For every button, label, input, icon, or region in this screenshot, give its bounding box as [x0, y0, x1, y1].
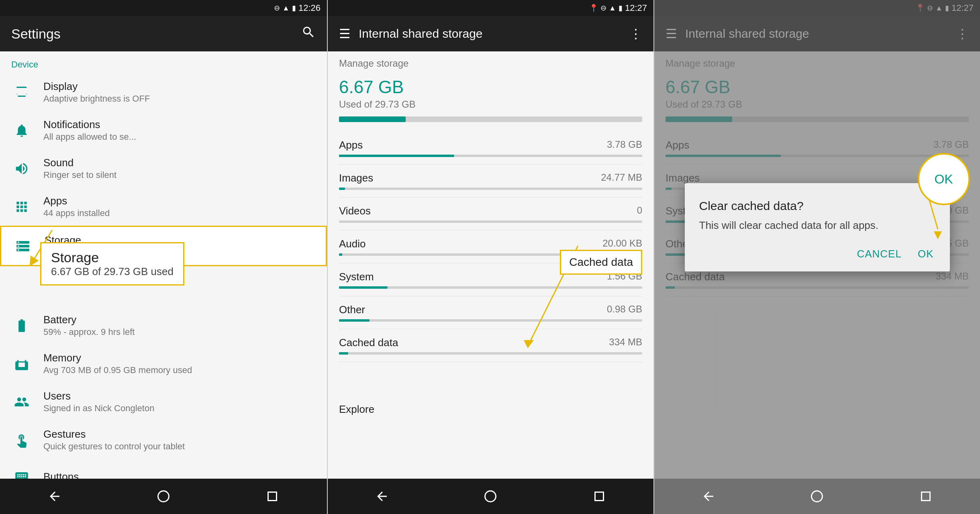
manage-storage-label: Manage storage — [339, 51, 642, 72]
nav-bar-3 — [654, 479, 980, 514]
cached-annotation-box: Cached data — [560, 250, 642, 275]
time-2: 12:27 — [625, 3, 647, 13]
images-mini-bar — [339, 188, 642, 190]
storage-row-images[interactable]: Images 24.77 MB — [339, 165, 642, 198]
apps-row-value: 3.78 GB — [607, 139, 642, 151]
more-icon[interactable]: ⋮ — [629, 26, 642, 41]
time-1: 12:26 — [298, 3, 321, 13]
gestures-title: Gestures — [43, 428, 316, 441]
search-icon[interactable] — [301, 25, 316, 43]
storage-title-2: Internal shared storage — [359, 27, 483, 41]
nav-bar-2 — [328, 479, 653, 514]
svg-rect-8 — [921, 492, 930, 501]
used-label: Used of 29.73 GB — [339, 99, 642, 110]
apps-title: Apps — [43, 195, 316, 207]
users-title: Users — [43, 390, 316, 402]
status-bar-1: ⊖ ▲ ▮ 12:26 — [0, 0, 327, 16]
battery-title: Battery — [43, 314, 316, 326]
audio-row-label: Audio — [339, 238, 366, 250]
status-bar-2: 📍 ⊖ ▲ ▮ 12:27 — [328, 0, 653, 16]
settings-item-sound[interactable]: Sound Ringer set to silent — [0, 149, 327, 188]
battery-icon-2: ▮ — [619, 4, 623, 12]
home-button-1[interactable] — [151, 484, 176, 508]
gestures-text: Gestures Quick gestures to control your … — [43, 428, 316, 452]
users-text: Users Signed in as Nick Congleton — [43, 390, 316, 414]
used-gb: 6.67 GB — [339, 77, 642, 97]
battery-text: Battery 59% - approx. 9 hrs left — [43, 314, 316, 337]
clear-cache-dialog: OK Clear cached data? This will clear ca… — [685, 183, 950, 271]
sound-text: Sound Ringer set to silent — [43, 157, 316, 180]
home-button-2[interactable] — [478, 484, 502, 508]
settings-item-battery[interactable]: Battery 59% - approx. 9 hrs left — [0, 306, 327, 345]
settings-item-display[interactable]: Display Adaptive brightness is OFF — [0, 73, 327, 111]
battery-subtitle: 59% - approx. 9 hrs left — [43, 327, 316, 337]
back-button-3 — [696, 484, 721, 508]
svg-point-7 — [812, 491, 823, 502]
cached-row-label: Cached data — [339, 337, 398, 349]
apps-text: Apps 44 apps installed — [43, 195, 316, 218]
svg-rect-6 — [595, 492, 603, 501]
dialog-message: This will clear cached data for all apps… — [699, 219, 935, 232]
system-mini-fill — [339, 286, 388, 289]
storage-panel: 📍 ⊖ ▲ ▮ 12:27 ☰ Internal shared storage … — [327, 0, 653, 514]
settings-item-users[interactable]: Users Signed in as Nick Congleton — [0, 383, 327, 421]
ok-button[interactable]: OK — [916, 245, 935, 263]
memory-text: Memory Avg 703 MB of 0.95 GB memory used — [43, 352, 316, 375]
users-subtitle: Signed in as Nick Congleton — [43, 403, 316, 414]
other-row-label: Other — [339, 304, 365, 316]
wifi-icon-2: ▲ — [609, 4, 616, 12]
storage-row-content-videos: Videos 0 — [339, 205, 642, 223]
dialog-panel: 📍 ⊖ ▲ ▮ 12:27 ☰ Internal shared storage … — [653, 0, 980, 514]
storage-bar-left: ☰ Internal shared storage — [339, 26, 483, 41]
settings-panel: ⊖ ▲ ▮ 12:26 Settings Device Display Adap… — [0, 0, 327, 514]
apps-row-label: Apps — [339, 139, 363, 151]
sim-icon: ⊖ — [274, 4, 280, 12]
back-button-2[interactable] — [370, 484, 394, 508]
display-subtitle: Adaptive brightness is OFF — [43, 94, 316, 104]
recents-button-1[interactable] — [260, 484, 284, 508]
images-row-value: 24.77 MB — [601, 172, 642, 184]
cancel-button[interactable]: CANCEL — [855, 245, 903, 263]
settings-item-gestures[interactable]: Gestures Quick gestures to control your … — [0, 421, 327, 459]
explore-row[interactable]: Explore — [339, 394, 642, 424]
explore-label: Explore — [339, 403, 374, 415]
storage-row-content-apps: Apps 3.78 GB — [339, 139, 642, 157]
settings-item-buttons[interactable]: Buttons — [0, 459, 327, 479]
device-section-header: Device — [0, 51, 327, 73]
hamburger-icon[interactable]: ☰ — [339, 26, 351, 41]
buttons-text: Buttons — [43, 471, 316, 479]
storage-annotation-box: Storage 6.67 GB of 29.73 GB used — [40, 242, 184, 286]
cached-arrow — [498, 226, 618, 354]
annotation-subtitle: 6.67 GB of 29.73 GB used — [51, 265, 174, 278]
annotation-title: Storage — [51, 250, 174, 265]
ok-circle: OK — [918, 153, 970, 205]
storage-content: Manage storage 6.67 GB Used of 29.73 GB … — [328, 51, 653, 479]
settings-item-notifications[interactable]: Notifications All apps allowed to se... — [0, 111, 327, 149]
back-button-1[interactable] — [43, 484, 67, 508]
sound-subtitle: Ringer set to silent — [43, 170, 316, 180]
images-row-label: Images — [339, 172, 373, 184]
location-icon: 📍 — [589, 4, 598, 12]
status-icons-2: 📍 ⊖ ▲ ▮ 12:27 — [589, 3, 647, 13]
storage-app-bar: ☰ Internal shared storage ⋮ — [328, 16, 653, 51]
annotation-area: Storage 6.67 GB of 29.73 GB used — [0, 266, 327, 306]
apps-mini-fill — [339, 155, 454, 157]
ok-circle-label: OK — [934, 172, 953, 187]
apps-subtitle: 44 apps installed — [43, 208, 316, 218]
dialog-buttons: CANCEL OK — [699, 245, 935, 263]
gestures-subtitle: Quick gestures to control your tablet — [43, 441, 316, 452]
storage-row-apps[interactable]: Apps 3.78 GB — [339, 132, 642, 165]
display-icon — [11, 82, 32, 103]
audio-mini-fill — [339, 253, 342, 256]
videos-row-value: 0 — [637, 205, 642, 217]
videos-row-label: Videos — [339, 205, 371, 217]
recents-button-2[interactable] — [587, 484, 611, 508]
nav-bar-1 — [0, 479, 327, 514]
cached-annotation-label: Cached data — [569, 256, 633, 268]
settings-item-memory[interactable]: Memory Avg 703 MB of 0.95 GB memory used — [0, 345, 327, 383]
battery-icon-settings — [11, 315, 32, 336]
gestures-icon — [11, 430, 32, 451]
display-title: Display — [43, 80, 316, 93]
svg-marker-10 — [934, 231, 942, 239]
apps-mini-bar — [339, 155, 642, 157]
